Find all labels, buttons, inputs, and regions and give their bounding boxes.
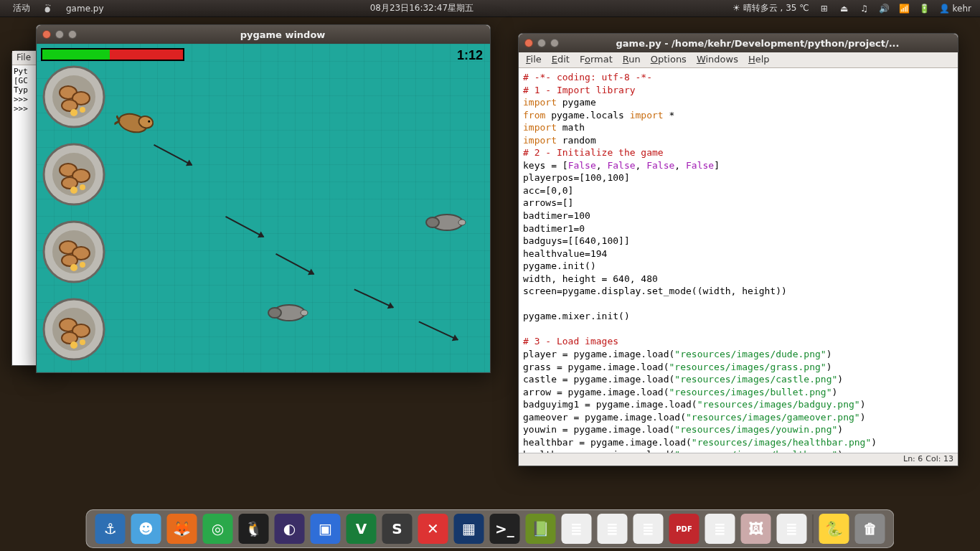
game-timer: 1:12 [457, 48, 483, 63]
menu-options[interactable]: Options [651, 54, 687, 66]
health-bar [41, 48, 184, 61]
pygame-title: pygame window [81, 29, 484, 40]
menu-help[interactable]: Help [748, 54, 770, 66]
dock-item-virtualbox[interactable]: ▦ [454, 514, 484, 544]
arrow-sprite [274, 251, 316, 278]
clock[interactable]: 08月23日16:32:47星期五 [111, 2, 733, 14]
svg-point-20 [80, 262, 85, 268]
menu-format[interactable]: Format [580, 54, 613, 66]
svg-point-33 [458, 220, 466, 225]
wifi-icon[interactable]: 📶 [900, 4, 910, 14]
dock-item-xmind[interactable]: ✕ [418, 514, 448, 544]
gnome-foot-icon [43, 4, 53, 14]
minimize-icon[interactable] [55, 30, 64, 39]
dock-item-firefox[interactable]: 🦊 [167, 514, 197, 544]
minimize-icon[interactable] [537, 39, 546, 47]
svg-point-32 [426, 217, 439, 227]
weather-indicator[interactable]: ☀ 晴转多云 , 35 ℃ [732, 2, 809, 14]
dock-item-finder[interactable]: ☻ [131, 514, 161, 544]
dock-item-pdf[interactable]: PDF [669, 514, 699, 544]
volume-icon[interactable]: 🔊 [880, 4, 890, 14]
dock-item-anchor[interactable]: ⚓ [95, 514, 126, 544]
svg-point-5 [70, 109, 77, 116]
apps-grid-icon[interactable]: ⊞ [819, 4, 829, 14]
eject-icon[interactable]: ⏏ [839, 4, 849, 14]
dock-item-doc4[interactable]: ≣ [705, 514, 735, 544]
dock-item-terminal[interactable]: >_ [490, 514, 520, 544]
dock-item-trash[interactable]: 🗑 [855, 514, 885, 544]
menu-run[interactable]: Run [623, 54, 641, 66]
user-menu[interactable]: 👤 kehr [940, 4, 971, 14]
game-surface[interactable]: 1:12 [37, 44, 490, 372]
activities-button[interactable]: 活动 [6, 0, 37, 17]
badguy-sprite [424, 210, 467, 235]
dock-separator [813, 514, 814, 543]
castle-sprite [41, 64, 107, 130]
dock-item-doc2[interactable]: ≣ [598, 514, 628, 544]
svg-point-13 [80, 184, 85, 190]
status-col: Col: 13 [925, 454, 953, 465]
dock-item-eclipse[interactable]: ◐ [275, 514, 305, 544]
arrow-sprite [224, 214, 265, 240]
player-sprite [112, 99, 163, 145]
dock-item-photo[interactable]: 🖼 [741, 514, 771, 544]
editor-titlebar[interactable]: game.py - /home/kehr/Development/python/… [519, 34, 958, 52]
menu-edit[interactable]: Edit [552, 54, 570, 66]
maximize-icon[interactable] [550, 39, 559, 47]
menu-windows[interactable]: Windows [697, 54, 738, 66]
svg-point-27 [80, 339, 85, 345]
dock-item-python[interactable]: 🐍 [819, 514, 849, 544]
maximize-icon[interactable] [68, 30, 77, 39]
svg-point-35 [268, 308, 281, 318]
close-icon[interactable] [524, 39, 533, 47]
dock-item-chrome[interactable]: ◎ [203, 514, 233, 544]
status-line: Ln: 6 [903, 454, 923, 465]
arrow-sprite [152, 142, 194, 169]
editor-title: game.py - /home/kehr/Development/python/… [563, 38, 952, 49]
castle-sprite [41, 296, 107, 362]
badguy-sprite [266, 301, 309, 325]
castle-sprite [41, 219, 107, 285]
arrow-sprite [418, 319, 460, 343]
dock-item-qq[interactable]: 🐧 [239, 514, 269, 544]
battery-icon[interactable]: 🔋 [920, 4, 930, 14]
editor-window[interactable]: game.py - /home/kehr/Development/python/… [518, 33, 958, 466]
dock-item-doc5[interactable]: ≣ [777, 514, 807, 544]
svg-point-12 [70, 187, 77, 194]
user-icon: 👤 [940, 4, 950, 14]
close-icon[interactable] [42, 30, 51, 39]
svg-point-26 [70, 342, 77, 349]
dock-item-cube[interactable]: ▣ [311, 514, 341, 544]
code-editor[interactable]: # -*- coding: utf-8 -*- # 1 - Import lib… [519, 68, 958, 453]
top-panel: 活动 game.py 08月23日16:32:47星期五 ☀ 晴转多云 , 35… [0, 0, 980, 17]
castle-sprite [41, 141, 107, 207]
app-name[interactable]: game.py [59, 0, 111, 17]
editor-statusbar: Ln: 6 Col: 13 [519, 453, 958, 466]
dock-item-doc1[interactable]: ≣ [562, 514, 592, 544]
music-icon[interactable]: ♫ [859, 4, 870, 14]
dock-item-vim[interactable]: V [347, 514, 377, 544]
menu-file[interactable]: File [526, 54, 542, 66]
svg-point-36 [301, 310, 308, 316]
dock-item-doc3[interactable]: ≣ [633, 514, 664, 544]
weather-icon: ☀ [732, 3, 740, 13]
svg-point-6 [80, 107, 85, 113]
pygame-window[interactable]: pygame window 1:12 [36, 24, 491, 373]
dock-item-books[interactable]: 📗 [526, 514, 556, 544]
dock: ⚓☻🦊◎🐧◐▣VS✕▦>_📗≣≣≣PDF≣🖼≣🐍🗑 [86, 509, 895, 548]
arrow-sprite [353, 286, 395, 311]
editor-menubar: File Edit Format Run Options Windows Hel… [519, 52, 958, 68]
pygame-titlebar[interactable]: pygame window [37, 25, 490, 44]
svg-point-19 [70, 264, 77, 271]
dock-item-sublime[interactable]: S [382, 514, 413, 544]
